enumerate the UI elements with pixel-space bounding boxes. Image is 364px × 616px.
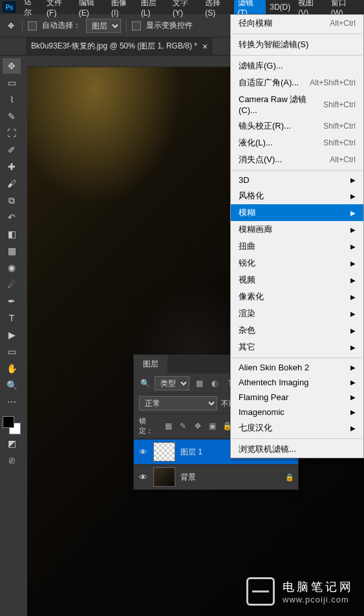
- filter-liquify[interactable]: 液化(L)...Shift+Ctrl: [231, 134, 363, 151]
- blur-tool[interactable]: ◉: [3, 260, 21, 275]
- menu-separator: [232, 170, 362, 171]
- close-icon[interactable]: ×: [202, 41, 208, 52]
- filter-blur-gallery[interactable]: 模糊画廊▶: [231, 221, 363, 238]
- layers-tab[interactable]: 图层: [134, 355, 167, 374]
- lasso-tool[interactable]: ⌇: [3, 92, 21, 107]
- lock-position-icon[interactable]: ✥: [193, 420, 204, 432]
- auto-select-dropdown[interactable]: 图层: [86, 19, 121, 33]
- filter-lens-correction[interactable]: 镜头校正(R)...Shift+Ctrl: [231, 118, 363, 134]
- vertical-ruler: [23, 56, 27, 616]
- filter-adaptive-wide[interactable]: 自适应广角(A)...Alt+Shift+Ctrl: [231, 74, 363, 91]
- filter-video[interactable]: 视频▶: [231, 271, 363, 288]
- brush-tool[interactable]: 🖌: [3, 176, 21, 191]
- move-tool[interactable]: ✥: [3, 58, 21, 74]
- filter-plugin-flamingpear[interactable]: Flaming Pear▶: [231, 390, 363, 405]
- move-tool-icon: ✥: [5, 20, 17, 32]
- menu-separator: [232, 55, 362, 56]
- separator: [22, 19, 23, 32]
- screenmode-tool[interactable]: ⎚: [3, 452, 21, 468]
- gradient-tool[interactable]: ▦: [3, 243, 21, 259]
- filter-blur[interactable]: 模糊▶: [231, 204, 363, 221]
- tab-title: Bk0u93E3f-恢复的.jpg @ 50% (图层 1, RGB/8) *: [31, 41, 197, 52]
- menu-layer[interactable]: 图层(L): [137, 0, 169, 19]
- color-swatches[interactable]: [3, 416, 21, 434]
- layer-thumbnail[interactable]: [153, 442, 175, 462]
- filter-browse-online[interactable]: 浏览联机滤镜...: [231, 441, 363, 458]
- menu-file[interactable]: 文件(F): [43, 0, 75, 19]
- filter-distort[interactable]: 扭曲▶: [231, 238, 363, 255]
- eraser-tool[interactable]: ◧: [3, 226, 21, 242]
- auto-select-label: 自动选择：: [42, 20, 81, 31]
- filter-noise[interactable]: 杂色▶: [231, 322, 363, 339]
- filter-plugin-qidu[interactable]: 七度汉化▶: [231, 420, 363, 436]
- menu-select[interactable]: 选择(S): [201, 0, 233, 19]
- blend-mode-select[interactable]: 正常: [139, 396, 217, 410]
- filter-gallery[interactable]: 滤镜库(G)...: [231, 58, 363, 74]
- filter-convert-smart[interactable]: 转换为智能滤镜(S): [231, 36, 363, 53]
- visibility-icon[interactable]: 👁: [138, 447, 148, 457]
- lock-label: 锁定：: [139, 416, 159, 436]
- layer-thumbnail[interactable]: [153, 467, 175, 487]
- zoom-tool[interactable]: 🔍: [3, 377, 21, 393]
- lock-image-icon[interactable]: ✎: [178, 420, 189, 432]
- healing-tool[interactable]: ✚: [3, 159, 21, 175]
- filter-stylize[interactable]: 风格化▶: [231, 187, 363, 204]
- menu-type[interactable]: 文字(Y): [169, 0, 201, 19]
- menu-separator: [232, 438, 362, 439]
- dodge-tool[interactable]: ☄: [3, 277, 21, 292]
- stamp-tool[interactable]: ⧉: [3, 193, 21, 208]
- marquee-tool[interactable]: ▭: [3, 75, 21, 90]
- separator: [126, 19, 127, 32]
- watermark: 电脑笔记网 www.pcoiji.com: [246, 577, 354, 606]
- foreground-color-swatch[interactable]: [3, 416, 14, 428]
- layer-name[interactable]: 图层 1: [180, 447, 202, 458]
- lock-artboard-icon[interactable]: ▣: [207, 420, 218, 432]
- filter-plugin-bokeh[interactable]: Alien Skin Bokeh 2▶: [231, 360, 363, 375]
- shape-tool[interactable]: ▭: [3, 344, 21, 359]
- filter-dropdown-menu: 径向模糊 Alt+Ctrl 转换为智能滤镜(S) 滤镜库(G)... 自适应广角…: [230, 14, 364, 458]
- menu-edit[interactable]: 编辑(E): [75, 0, 107, 19]
- transform-controls-label: 显示变换控件: [146, 20, 193, 31]
- eyedropper-tool[interactable]: ✐: [3, 142, 21, 158]
- layer-row[interactable]: 👁 背景 🔒: [134, 464, 298, 489]
- auto-select-checkbox[interactable]: [28, 21, 37, 30]
- filter-plugin-imagenomic[interactable]: Imagenomic▶: [231, 405, 363, 420]
- lock-transparency-icon[interactable]: ▦: [163, 420, 174, 432]
- menu-3d[interactable]: 3D(D): [266, 1, 294, 14]
- filter-vanishing-point[interactable]: 消失点(V)...Alt+Ctrl: [231, 151, 363, 168]
- menu-image[interactable]: 图像(I): [107, 0, 137, 19]
- menubar: Ps 达尔 文件(F) 编辑(E) 图像(I) 图层(L) 文字(Y) 选择(S…: [0, 0, 364, 14]
- crop-tool[interactable]: ⛶: [3, 125, 21, 141]
- filter-adjust-icon[interactable]: ◐: [209, 377, 220, 389]
- watermark-title: 电脑笔记网: [283, 579, 354, 595]
- filter-pixelate[interactable]: 像素化▶: [231, 288, 363, 305]
- toolbox: ✥ ▭ ⌇ ✎ ⛶ ✐ ✚ 🖌 ⧉ ↶ ◧ ▦ ◉ ☄ ✒ T ▶ ▭ ✋ 🔍 …: [0, 56, 23, 616]
- watermark-url: www.pcoiji.com: [283, 595, 354, 604]
- quickmask-tool[interactable]: ◩: [3, 436, 21, 451]
- transform-controls-checkbox[interactable]: [132, 21, 141, 30]
- filter-last[interactable]: 径向模糊 Alt+Ctrl: [231, 15, 363, 32]
- filter-plugin-athentech[interactable]: Athentech Imaging▶: [231, 375, 363, 390]
- layer-name[interactable]: 背景: [180, 472, 196, 483]
- document-tab[interactable]: Bk0u93E3f-恢复的.jpg @ 50% (图层 1, RGB/8) * …: [26, 37, 213, 55]
- filter-kind-select[interactable]: 类型: [155, 376, 189, 390]
- hand-tool[interactable]: ✋: [3, 361, 21, 376]
- edit-toolbar[interactable]: ⋯: [3, 394, 21, 410]
- lock-icon: 🔒: [285, 473, 294, 482]
- path-select-tool[interactable]: ▶: [3, 327, 21, 343]
- menu-separator: [232, 34, 362, 34]
- menu-separator: [232, 357, 362, 358]
- pen-tool[interactable]: ✒: [3, 293, 21, 309]
- filter-pixel-icon[interactable]: ▦: [193, 377, 205, 389]
- type-tool[interactable]: T: [3, 310, 21, 326]
- filter-render[interactable]: 渲染▶: [231, 305, 363, 322]
- search-icon[interactable]: 🔍: [139, 377, 151, 389]
- visibility-icon[interactable]: 👁: [138, 473, 148, 482]
- filter-sharpen[interactable]: 锐化▶: [231, 255, 363, 271]
- quick-select-tool[interactable]: ✎: [3, 109, 21, 124]
- filter-3d[interactable]: 3D▶: [231, 173, 363, 187]
- history-brush-tool[interactable]: ↶: [3, 209, 21, 225]
- filter-other[interactable]: 其它▶: [231, 339, 363, 356]
- filter-camera-raw[interactable]: Camera Raw 滤镜(C)...Shift+Ctrl: [231, 91, 363, 118]
- menu-file-alt[interactable]: 达尔: [20, 0, 43, 20]
